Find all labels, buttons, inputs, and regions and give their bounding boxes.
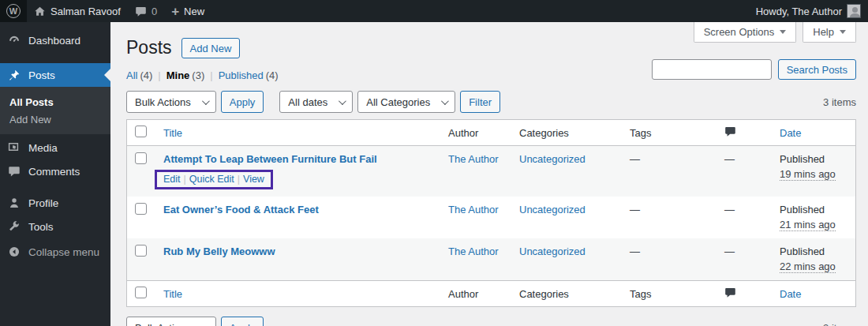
adminbar-comments[interactable]: 0 — [128, 0, 164, 22]
table-row: Rub My Belly Meowww The Author Uncategor… — [127, 238, 855, 280]
select-all-checkbox[interactable] — [135, 287, 147, 298]
all-dates-value: All dates — [288, 96, 327, 108]
column-footer-author: Author — [440, 288, 511, 300]
wordpress-logo-icon: W — [6, 4, 21, 18]
chevron-down-icon — [441, 97, 449, 105]
sidebar-label-comments: Comments — [28, 166, 80, 178]
help-button[interactable]: Help — [803, 22, 856, 43]
comments-cell: — — [716, 146, 772, 172]
comment-count: 0 — [152, 6, 157, 17]
apply-button[interactable]: Apply — [221, 91, 264, 113]
all-categories-select[interactable]: All Categories — [357, 91, 455, 113]
post-date[interactable]: 19 mins ago — [780, 168, 836, 181]
sidebar-item-comments[interactable]: Comments — [0, 159, 110, 183]
site-name-link[interactable]: Salman Ravoof — [27, 0, 128, 22]
row-checkbox-cell — [127, 238, 155, 259]
sidebar-item-collapse-menu[interactable]: Collapse menu — [0, 240, 110, 264]
collapse-icon — [8, 245, 21, 258]
chevron-down-icon — [780, 30, 786, 34]
search-posts-button[interactable]: Search Posts — [778, 59, 856, 80]
sidebar-item-profile[interactable]: Profile — [0, 191, 110, 215]
column-header-date[interactable]: Date — [772, 127, 855, 139]
post-title-link[interactable]: Attempt To Leap Between Furniture But Fa… — [163, 153, 377, 165]
bulk-actions-select[interactable]: Bulk Actions — [126, 91, 216, 113]
row-checkbox[interactable] — [135, 245, 147, 257]
view-published[interactable]: Published(4) — [219, 69, 279, 81]
avatar — [847, 4, 861, 18]
category-link[interactable]: Uncategorized — [519, 204, 586, 215]
screen-options-button[interactable]: Screen Options — [694, 22, 797, 43]
author-link[interactable]: The Author — [448, 245, 499, 257]
search-input[interactable] — [652, 59, 772, 80]
post-date[interactable]: 21 mins ago — [780, 219, 836, 231]
view-mine-label[interactable]: Mine — [166, 69, 190, 81]
row-checkbox[interactable] — [135, 203, 147, 215]
wordpress-logo-menu[interactable]: W — [0, 0, 27, 22]
sidebar-subitem-add-new[interactable]: Add New — [0, 111, 110, 128]
date-cell: Published19 mins ago — [772, 146, 855, 188]
column-footer-title[interactable]: Title — [155, 288, 440, 300]
categories-cell: Uncategorized — [511, 146, 622, 172]
sidebar-label-collapse: Collapse menu — [28, 246, 99, 258]
screen-options-label: Screen Options — [704, 26, 775, 38]
post-date[interactable]: 22 mins ago — [780, 260, 836, 273]
action-separator: | — [238, 174, 240, 185]
comment-bubble-icon — [724, 126, 736, 137]
post-title-link[interactable]: Eat Owner’s Food & Attack Feet — [163, 204, 319, 215]
view-published-link[interactable]: Published — [219, 69, 264, 81]
howdy-label: Howdy, The Author — [756, 6, 842, 17]
view-mine[interactable]: Mine(3) — [166, 69, 205, 81]
column-header-title[interactable]: Title — [155, 127, 440, 139]
view-link[interactable]: View — [243, 174, 264, 185]
dashboard-icon — [8, 34, 21, 47]
view-all-link[interactable]: All — [126, 69, 137, 81]
tags-cell: — — [622, 146, 716, 172]
row-checkbox-cell — [127, 197, 155, 217]
add-new-button[interactable]: Add New — [181, 38, 241, 58]
post-status: Published — [780, 245, 825, 257]
sidebar-item-posts[interactable]: Posts — [0, 63, 110, 87]
author-link[interactable]: The Author — [448, 204, 499, 215]
tags-cell: — — [622, 238, 716, 264]
categories-cell: Uncategorized — [511, 197, 622, 223]
category-link[interactable]: Uncategorized — [519, 153, 586, 165]
post-title-link[interactable]: Rub My Belly Meowww — [163, 245, 275, 257]
search-box: Search Posts — [652, 59, 856, 80]
adminbar-new-button[interactable]: + New — [164, 0, 211, 22]
column-footer-date[interactable]: Date — [772, 288, 855, 300]
edit-link[interactable]: Edit — [163, 174, 181, 185]
post-title-cell: Rub My Belly Meowww — [155, 238, 440, 264]
sidebar-item-tools[interactable]: Tools — [0, 215, 110, 238]
comment-bubble-icon — [135, 6, 147, 17]
sidebar-item-media[interactable]: Media — [0, 136, 110, 159]
apply-button-bottom[interactable]: Apply — [221, 317, 264, 326]
post-status: Published — [780, 204, 825, 215]
howdy-account-menu[interactable]: Howdy, The Author — [749, 0, 868, 22]
filter-button[interactable]: Filter — [460, 91, 500, 113]
tablenav-bottom: Bulk Actions Apply 3 items — [126, 317, 856, 326]
row-checkbox[interactable] — [135, 152, 147, 164]
sidebar-label-posts: Posts — [28, 69, 55, 81]
post-title-cell: Attempt To Leap Between Furniture But Fa… — [155, 146, 440, 197]
bulk-actions-select-bottom[interactable]: Bulk Actions — [126, 317, 216, 326]
select-all-checkbox[interactable] — [135, 126, 147, 137]
bulk-actions-value: Bulk Actions — [135, 96, 191, 108]
sidebar-item-dashboard[interactable]: Dashboard — [0, 28, 110, 52]
wrench-icon — [8, 220, 21, 233]
sidebar-subitem-all-posts[interactable]: All Posts — [0, 93, 110, 111]
author-link[interactable]: The Author — [448, 153, 499, 165]
table-row: Eat Owner’s Food & Attack Feet The Autho… — [127, 197, 855, 238]
view-published-count: (4) — [266, 69, 279, 81]
view-separator: | — [210, 69, 212, 81]
all-categories-value: All Categories — [366, 96, 430, 108]
category-link[interactable]: Uncategorized — [519, 245, 586, 257]
quick-edit-link[interactable]: Quick Edit — [189, 174, 234, 185]
date-cell: Published21 mins ago — [772, 197, 855, 238]
sidebar-label-tools: Tools — [28, 221, 54, 233]
admin-bar-left: W Salman Ravoof 0 + New — [0, 0, 211, 22]
comments-cell: — — [716, 238, 772, 264]
all-dates-select[interactable]: All dates — [279, 91, 353, 113]
bulk-actions-value: Bulk Actions — [135, 322, 191, 326]
view-all[interactable]: All(4) — [126, 69, 152, 81]
table-row: Attempt To Leap Between Furniture But Fa… — [127, 146, 855, 197]
